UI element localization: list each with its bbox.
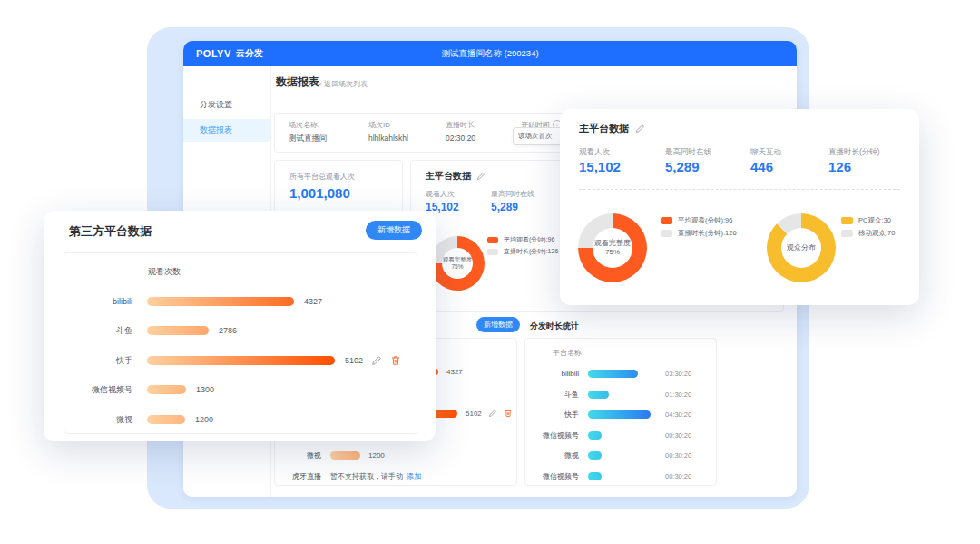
- delete-icon[interactable]: [504, 409, 513, 418]
- legend-pc-audience-text: PC观众:30: [858, 216, 891, 225]
- bar-value: 5102: [345, 356, 363, 365]
- views-bg-note-row: 虎牙直播 暂不支持获取，请手动 添加: [278, 470, 421, 481]
- third-party-data-card: 第三方平台数据 新增数据 观看次数 bilibili 4327 斗鱼 2786 …: [44, 211, 436, 441]
- total-views-card: 所有平台总观看人次 1,001,080: [274, 160, 403, 214]
- bg-stat-peak-label: 最高同时在线: [491, 189, 534, 199]
- session-name-value: 测试直播间: [289, 134, 328, 144]
- duration-column-header: 平台名称: [553, 348, 582, 358]
- bar-value: 1300: [196, 385, 214, 394]
- bar-value: 4327: [304, 297, 322, 306]
- add-data-button-bg[interactable]: 新增数据: [476, 317, 520, 332]
- note-text: 暂不支持获取，请手动: [330, 471, 403, 481]
- bar: [147, 415, 185, 424]
- divider: [579, 189, 900, 190]
- edit-icon[interactable]: [635, 124, 645, 134]
- session-duration-label: 直播时长: [446, 120, 475, 130]
- legend-mobile-audience-text: 移动观众:70: [858, 229, 895, 238]
- stat-chat-value: 446: [750, 159, 773, 174]
- bar-time: 00:30:20: [665, 451, 691, 460]
- duration-row: 微信视频号 00:30:20: [530, 430, 711, 440]
- duration-row: 快手 04:30:20: [530, 409, 711, 420]
- views-column-header: 观看次数: [148, 266, 181, 278]
- add-manually-link[interactable]: 添加: [407, 471, 421, 481]
- bg-stat-views-label: 观看人次: [426, 189, 455, 199]
- views-row: bilibili 4327: [69, 296, 322, 307]
- bar-value: 2786: [219, 326, 237, 335]
- bg-stat-peak-value: 5,289: [491, 201, 518, 213]
- bar-value: 5102: [466, 410, 482, 418]
- bar-label: 斗鱼: [530, 390, 579, 400]
- bar: [588, 431, 602, 440]
- sidebar-item-data-report[interactable]: 数据报表: [183, 119, 270, 142]
- bar-label: bilibili: [530, 370, 579, 378]
- legend-swatch-yellow: [841, 217, 853, 224]
- bar-time: 01:30:20: [665, 391, 691, 399]
- main-platform-bg-title-row: 主平台数据: [426, 170, 485, 183]
- bar: [588, 472, 602, 480]
- bg-donut-center-value: 75%: [451, 263, 463, 271]
- back-to-session-list-link[interactable]: < 返回场次列表: [318, 79, 368, 89]
- add-data-button[interactable]: 新增数据: [366, 221, 422, 240]
- stat-peak-value: 5,289: [665, 159, 700, 174]
- app-header: POLYV 云分发 测试直播间名称 (290234): [183, 41, 797, 66]
- legend-avg-watch-text: 平均观看(分钟):96: [678, 216, 732, 225]
- stat-duration-value: 126: [828, 159, 851, 174]
- stat-views-label: 观看人次: [579, 147, 610, 158]
- main-platform-bg-title: 主平台数据: [426, 170, 471, 183]
- legend-swatch-gray: [661, 230, 672, 237]
- bg-legend-duration-text: 直播时长(分钟):126: [504, 247, 558, 256]
- duration-row: 微信视频号 00:30:20: [530, 470, 711, 481]
- page: POLYV 云分发 测试直播间名称 (290234) 分发设置 数据报表 数据报…: [0, 0, 980, 544]
- bar: [588, 370, 638, 378]
- duration-stats-panel: 平台名称 bilibili 03:30:20 斗鱼 01:30:20 快手 04…: [524, 338, 717, 486]
- bar-time: 00:30:20: [665, 431, 691, 440]
- legend-live-duration-text: 直播时长(分钟):126: [678, 229, 737, 238]
- legend-pc-audience: PC观众:30: [841, 216, 891, 225]
- bar-label: 微信视频号: [69, 384, 132, 396]
- main-platform-data-card: 主平台数据 观看人次 15,102 最高同时在线 5,289 聊天互动 446 …: [560, 109, 919, 305]
- bar: [588, 391, 609, 399]
- bar: [588, 451, 602, 460]
- stat-views-value: 15,102: [579, 159, 621, 174]
- bar: [588, 410, 651, 419]
- audience-center-label: 观众分布: [787, 243, 816, 252]
- stat-chat-label: 聊天互动: [750, 147, 781, 158]
- views-bg-row: 微视 1200: [278, 450, 385, 460]
- bar: [147, 326, 209, 335]
- sidebar-item-distribution-settings[interactable]: 分发设置: [183, 94, 270, 116]
- duration-row: bilibili 03:30:20: [530, 368, 711, 379]
- legend-swatch-gray: [487, 249, 498, 255]
- delete-icon[interactable]: [390, 355, 401, 366]
- third-party-card-title: 第三方平台数据: [69, 223, 152, 240]
- bar-label: 微信视频号: [530, 471, 579, 481]
- completion-center-label: 观看完整度: [594, 239, 631, 248]
- completion-donut: 观看完整度 75%: [578, 213, 647, 282]
- bar: [147, 385, 186, 394]
- room-title: 测试直播间名称 (290234): [183, 41, 797, 66]
- completion-donut-center: 观看完整度 75%: [578, 213, 647, 282]
- duration-row: 斗鱼 01:30:20: [530, 389, 711, 400]
- duration-section-title: 分发时长统计: [530, 321, 579, 332]
- edit-icon[interactable]: [371, 355, 382, 366]
- bar-time: 00:30:20: [665, 472, 691, 480]
- session-id-label: 场次ID: [368, 120, 390, 130]
- bar-time: 03:30:20: [665, 370, 691, 378]
- stat-duration-label: 直播时长(分钟): [828, 147, 880, 158]
- bar-label: 斗鱼: [69, 325, 132, 337]
- bar: [147, 356, 335, 365]
- note-platform-label: 虎牙直播: [278, 471, 321, 481]
- bar-time: 04:30:20: [665, 410, 691, 419]
- bar: [330, 451, 360, 460]
- edit-icon[interactable]: [488, 409, 497, 418]
- views-row: 斗鱼 2786: [69, 325, 237, 336]
- bg-completion-donut: 观看完整度 75%: [430, 236, 485, 291]
- bar: [147, 297, 294, 306]
- bar-label: 快手: [69, 355, 132, 367]
- bg-legend-avg-watch-text: 平均观看(分钟):96: [504, 235, 554, 244]
- views-row: 快手 5102: [69, 355, 401, 366]
- bar-label: bilibili: [69, 297, 132, 306]
- bar-label: 微信视频号: [530, 430, 579, 440]
- legend-swatch-orange: [487, 237, 498, 243]
- bar-value: 1200: [195, 415, 213, 424]
- edit-icon[interactable]: [476, 172, 485, 181]
